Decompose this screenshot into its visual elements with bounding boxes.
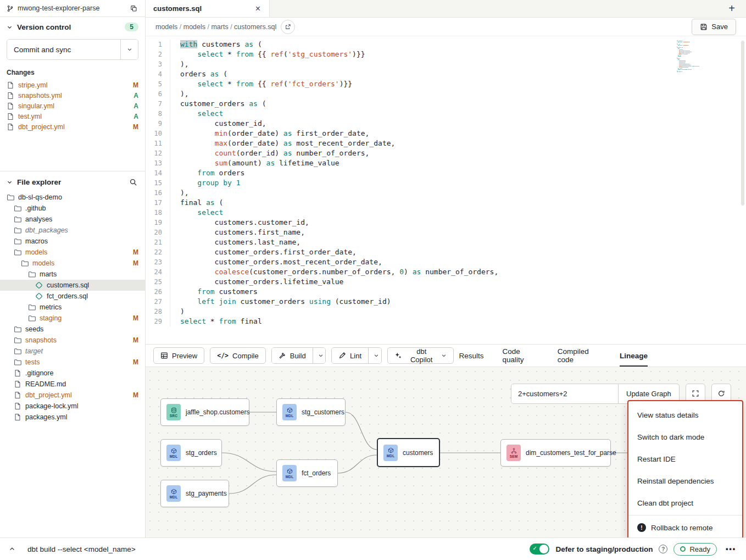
code-line[interactable]: 2 select * from {{ ref('stg_customers')}…: [146, 49, 746, 59]
code-line[interactable]: 27 left join customer_orders using (cust…: [146, 297, 746, 307]
code-line[interactable]: 14 from orders: [146, 168, 746, 178]
tree-item-macros[interactable]: macros: [0, 236, 145, 247]
tab-compiled-code[interactable]: Compiled code: [558, 345, 601, 367]
close-tab-button[interactable]: ×: [254, 4, 261, 13]
tree-item-analyses[interactable]: analyses: [0, 214, 145, 225]
collapse-panel-button[interactable]: [8, 545, 16, 553]
more-options-button[interactable]: ⋯: [723, 543, 738, 556]
code-line[interactable]: 25 customer_orders.lifetime_value: [146, 277, 746, 287]
code-line[interactable]: 12 count(order_id) as number_of_orders,: [146, 148, 746, 158]
tree-item-customers-sql[interactable]: customers.sql: [0, 280, 145, 291]
open-link-button[interactable]: [281, 20, 295, 34]
code-line[interactable]: 17final as (: [146, 198, 746, 208]
file-search-button[interactable]: [128, 177, 138, 187]
help-icon[interactable]: ?: [659, 545, 667, 553]
code-line[interactable]: 15 group by 1: [146, 178, 746, 188]
tree-item-snapshots[interactable]: snapshotsM: [0, 335, 145, 346]
lint-options-button[interactable]: [368, 348, 382, 363]
breadcrumb-item[interactable]: marts: [211, 23, 234, 31]
changed-file-dbt-project-yml[interactable]: dbt_project.ymlM: [0, 121, 145, 132]
code-line[interactable]: 16),: [146, 188, 746, 198]
new-tab-button[interactable]: +: [722, 0, 742, 17]
code-line[interactable]: 3),: [146, 59, 746, 69]
code-line[interactable]: 11 max(order_date) as most_recent_order_…: [146, 138, 746, 148]
code-line[interactable]: 1with customers as (: [146, 40, 746, 49]
tree-item-target[interactable]: target: [0, 346, 145, 357]
breadcrumb-item[interactable]: models: [155, 23, 183, 31]
commit-and-sync-button[interactable]: Commit and sync: [7, 40, 120, 59]
tree-item-readme-md[interactable]: README.md: [0, 379, 145, 390]
status-badge[interactable]: Ready: [673, 543, 717, 556]
tree-item-gitignore[interactable]: .gitignore: [0, 368, 145, 379]
code-line[interactable]: 7customer_orders as (: [146, 99, 746, 109]
tab-customers-sql[interactable]: customers.sql ×: [146, 0, 270, 17]
tree-item-dbt-project-yml[interactable]: dbt_project.ymlM: [0, 390, 145, 401]
commit-options-button[interactable]: [120, 40, 138, 59]
tree-item-metrics[interactable]: metrics: [0, 302, 145, 313]
version-control-header[interactable]: Version control 5: [0, 17, 145, 36]
changed-file-snapshots-yml[interactable]: snapshots.ymlA: [0, 90, 145, 101]
lineage-node-customers[interactable]: MDLcustomers: [377, 438, 440, 467]
tree-item-tests[interactable]: testsM: [0, 357, 145, 368]
code-line[interactable]: 28): [146, 307, 746, 317]
tree-item-packages-yml[interactable]: packages.yml: [0, 412, 145, 423]
code-line[interactable]: 5 select * from {{ ref('fct_orders')}}: [146, 79, 746, 89]
copy-branch-button[interactable]: [129, 4, 138, 13]
code-line[interactable]: 8 select: [146, 109, 746, 119]
lineage-node-stg-payments[interactable]: MDLstg_payments: [160, 480, 229, 507]
breadcrumb-item[interactable]: models: [183, 23, 211, 31]
tab-results[interactable]: Results: [459, 345, 484, 367]
menu-item-rollback-to-remote[interactable]: !Rollback to remote: [628, 517, 742, 537]
lineage-node-stg-customers[interactable]: MDLstg_customers: [276, 398, 346, 426]
tree-item-staging[interactable]: stagingM: [0, 313, 145, 324]
lineage-node-dim-customers-test-for-parse[interactable]: SEMdim_customers_test_for_parse: [500, 439, 611, 467]
code-line[interactable]: 4orders as (: [146, 69, 746, 79]
tree-item-dbt-packages[interactable]: dbt_packages: [0, 225, 145, 236]
save-button[interactable]: Save: [692, 19, 736, 35]
tree-item-package-lock-yml[interactable]: package-lock.yml: [0, 401, 145, 412]
code-line[interactable]: 19 customers.customer_id,: [146, 218, 746, 228]
build-options-button[interactable]: [313, 348, 326, 363]
code-line[interactable]: 22 customer_orders.first_order_date,: [146, 247, 746, 257]
tab-code-quality[interactable]: Code quality: [503, 345, 539, 367]
minimap[interactable]: [677, 41, 709, 73]
tree-item-seeds[interactable]: seeds: [0, 324, 145, 335]
menu-item-reinstall-dependencies[interactable]: Reinstall dependencies: [628, 470, 742, 492]
preview-button[interactable]: Preview: [153, 347, 204, 364]
code-line[interactable]: 20 customers.first_name,: [146, 228, 746, 237]
tree-item-github[interactable]: .github: [0, 203, 145, 214]
code-line[interactable]: 18 select: [146, 208, 746, 218]
code-line[interactable]: 6),: [146, 89, 746, 99]
code-line[interactable]: 26 from customers: [146, 287, 746, 297]
changed-file-stripe-yml[interactable]: stripe.ymlM: [0, 80, 145, 90]
file-explorer-header[interactable]: File explorer: [0, 171, 145, 192]
code-line[interactable]: 9 customer_id,: [146, 119, 746, 129]
dbt-copilot-button[interactable]: dbt Copilot: [387, 347, 454, 364]
tree-item-fct-orders-sql[interactable]: fct_orders.sql: [0, 291, 145, 302]
menu-item-restart-ide[interactable]: Restart IDE: [628, 448, 742, 470]
lint-button[interactable]: Lint: [332, 348, 368, 363]
lineage-selector-input[interactable]: [511, 384, 619, 404]
menu-item-clean-dbt-project[interactable]: Clean dbt project: [628, 492, 742, 514]
changed-file-singular-yml[interactable]: singular.ymlA: [0, 101, 145, 111]
breadcrumb-item[interactable]: customers.sql: [234, 23, 276, 31]
editor-scrollbar[interactable]: [741, 41, 744, 206]
menu-item-view-status-details[interactable]: View status details: [628, 404, 742, 426]
menu-item-switch-to-dark-mode[interactable]: Switch to dark mode: [628, 426, 742, 448]
code-editor[interactable]: 1with customers as (2 select * from {{ r…: [146, 36, 746, 344]
lineage-panel[interactable]: SRCjaffle_shop.customersMDLstg_customers…: [146, 367, 746, 537]
tree-item-models[interactable]: modelsM: [0, 247, 145, 258]
build-button[interactable]: Build: [272, 348, 313, 363]
lineage-node-stg-orders[interactable]: MDLstg_orders: [160, 439, 222, 467]
code-line[interactable]: 13 sum(amount) as lifetime_value: [146, 158, 746, 168]
tab-lineage[interactable]: Lineage: [620, 345, 648, 367]
tree-item-models[interactable]: modelsM: [0, 258, 145, 269]
code-line[interactable]: 10 min(order_date) as first_order_date,: [146, 129, 746, 138]
changed-file-test-yml[interactable]: test.ymlA: [0, 111, 145, 121]
code-line[interactable]: 21 customers.last_name,: [146, 237, 746, 247]
lineage-node-fct-orders[interactable]: MDLfct_orders: [276, 459, 338, 487]
code-line[interactable]: 29select * from final: [146, 317, 746, 326]
tree-item-db-sl-qs-demo[interactable]: db-sl-qs-demo: [0, 192, 145, 203]
tree-item-marts[interactable]: marts: [0, 269, 145, 280]
defer-toggle[interactable]: ✓: [530, 544, 549, 555]
